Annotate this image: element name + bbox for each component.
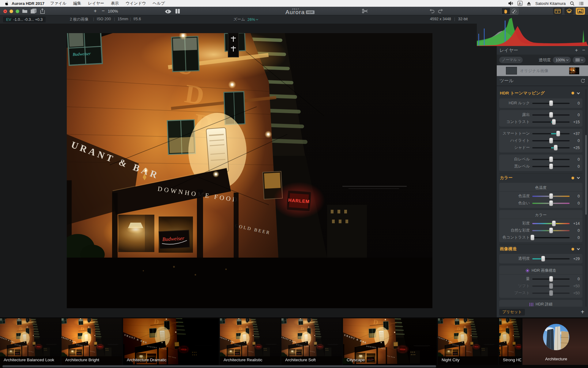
- notification-icon[interactable]: [579, 2, 584, 6]
- slider-handle[interactable]: [554, 145, 558, 151]
- presets-button[interactable]: プリセット: [499, 309, 525, 316]
- add-layer-button[interactable]: +: [575, 47, 578, 53]
- slider-handle[interactable]: [549, 283, 553, 289]
- slider-handle[interactable]: [549, 276, 553, 282]
- hand-tool-button[interactable]: [502, 8, 510, 14]
- preset-thumbnail[interactable]: Architecture Balanced Look: [0, 318, 60, 365]
- ev-bracketing-badge[interactable]: EV -1.0... -0.3... +0.3: [3, 17, 46, 22]
- preset-thumbnail[interactable]: Architecture Dramatic: [123, 318, 219, 365]
- batch-icon[interactable]: [31, 9, 36, 15]
- minimize-window-button[interactable]: [9, 10, 13, 13]
- separator: |: [130, 17, 131, 21]
- slider-track[interactable]: [532, 258, 570, 259]
- preset-thumbnail[interactable]: Architecture Bright: [62, 318, 122, 365]
- app-title[interactable]: Aurora HDR 2017: [12, 1, 44, 6]
- slider-track[interactable]: [532, 196, 570, 197]
- panels-toggle-button[interactable]: [553, 8, 562, 15]
- slider-handle[interactable]: [530, 235, 534, 240]
- zoom-level[interactable]: 100%: [108, 9, 118, 13]
- user-name[interactable]: Satoshi Kitamura: [535, 1, 566, 6]
- slider-handle[interactable]: [549, 193, 553, 199]
- remove-layer-button[interactable]: −: [582, 47, 585, 53]
- preset-thumbnail[interactable]: Architecture Soft: [281, 318, 342, 365]
- preset-thumbnail[interactable]: Night City: [438, 318, 498, 365]
- section-color[interactable]: カラー: [499, 173, 582, 182]
- menu-item[interactable]: 編集: [70, 1, 85, 6]
- slider-handle[interactable]: [552, 119, 556, 125]
- zoom-window-button[interactable]: [16, 10, 19, 13]
- redo-icon[interactable]: [438, 9, 443, 14]
- slider-handle[interactable]: [552, 220, 556, 226]
- apple-icon[interactable]: [4, 1, 9, 6]
- layer-row[interactable]: オリジナル画像: [497, 65, 588, 76]
- filmstrip-toggle-button[interactable]: [576, 8, 585, 15]
- menu-item[interactable]: ファイル: [47, 1, 70, 6]
- slider-track[interactable]: [532, 103, 570, 104]
- reset-tools-button[interactable]: [581, 79, 585, 83]
- slider-track[interactable]: [532, 203, 570, 204]
- section-hdr-detail[interactable]: HDR 詳細: [499, 300, 582, 307]
- slider-track[interactable]: [532, 147, 570, 148]
- slider-track[interactable]: [532, 166, 570, 167]
- slider-track[interactable]: [532, 121, 570, 123]
- slider-handle[interactable]: [549, 100, 553, 106]
- photo-image[interactable]: [67, 33, 432, 308]
- scissors-icon[interactable]: [362, 9, 368, 15]
- layer-menu-button[interactable]: [573, 57, 586, 63]
- preset-category-panel[interactable]: Architecture: [522, 318, 588, 365]
- ime-icon[interactable]: あ: [518, 1, 522, 6]
- slider-track[interactable]: [532, 237, 570, 238]
- slider-handle[interactable]: [549, 112, 553, 118]
- slider-handle[interactable]: [549, 156, 553, 162]
- slider-group: HDR 画像構造 量0ソフト+50ブースト+50: [499, 266, 582, 298]
- slider-handle[interactable]: [556, 131, 560, 136]
- slider-track[interactable]: [532, 230, 570, 231]
- slider-handle[interactable]: [549, 290, 553, 296]
- speaker-icon[interactable]: [508, 1, 513, 6]
- add-preset-button[interactable]: +: [581, 309, 584, 316]
- compare-icon[interactable]: [175, 9, 180, 15]
- undo-icon[interactable]: [429, 9, 435, 14]
- slider-track[interactable]: [532, 278, 570, 280]
- brush-tool-button[interactable]: [510, 8, 518, 14]
- canvas-area[interactable]: [0, 24, 497, 317]
- slider-track[interactable]: [532, 114, 570, 116]
- preset-thumbnail[interactable]: Strong HD: [499, 318, 521, 365]
- slider-track[interactable]: [532, 223, 570, 224]
- zoom-in-button[interactable]: +: [94, 8, 97, 14]
- eye-icon[interactable]: [165, 9, 172, 15]
- blend-mode-select[interactable]: ノーマル: [499, 57, 523, 63]
- preset-thumbnail[interactable]: Architecture Realistic: [220, 318, 280, 365]
- slider-track[interactable]: [532, 293, 570, 294]
- filmstrip-scrollbar[interactable]: [2, 365, 436, 367]
- menu-item[interactable]: ヘルプ: [149, 1, 168, 6]
- slider-track[interactable]: [532, 286, 570, 287]
- preset-thumbnail[interactable]: Cityscape: [343, 318, 437, 365]
- canvas-zoom-control[interactable]: ズーム 26%: [233, 17, 258, 22]
- close-window-button[interactable]: [3, 10, 7, 13]
- layer-mask-thumbnail[interactable]: [506, 67, 517, 75]
- search-icon[interactable]: [570, 1, 575, 6]
- slider-track[interactable]: [532, 159, 570, 160]
- layer-thumbnail[interactable]: [569, 67, 579, 75]
- menu-item[interactable]: レイヤー: [85, 1, 107, 6]
- section-image-structure[interactable]: 画像構造: [499, 244, 582, 253]
- eject-icon[interactable]: [527, 2, 531, 6]
- menu-item[interactable]: 表示: [107, 1, 122, 6]
- slider-handle[interactable]: [549, 163, 553, 169]
- layers-toggle-button[interactable]: [564, 8, 574, 15]
- subsection-hdr-detail: HDR 詳細: [499, 301, 582, 307]
- slider-track[interactable]: [532, 133, 570, 134]
- export-icon[interactable]: [40, 8, 45, 15]
- slider-handle[interactable]: [549, 228, 553, 233]
- slider-handle[interactable]: [541, 256, 545, 262]
- opacity-select[interactable]: 100%: [553, 57, 571, 63]
- section-hdr-tone-mapping[interactable]: HDR トーンマッピング: [499, 89, 582, 97]
- slider-track[interactable]: [532, 140, 570, 141]
- tools-scroll-area[interactable]: HDR トーンマッピング HDR ルック0 露出0コントラスト+15 スマートト…: [497, 86, 588, 307]
- slider-handle[interactable]: [549, 200, 553, 206]
- zoom-out-button[interactable]: −: [102, 8, 105, 14]
- folder-icon[interactable]: [22, 9, 28, 14]
- menu-item[interactable]: ウインドウ: [122, 1, 149, 6]
- slider-handle[interactable]: [549, 138, 553, 144]
